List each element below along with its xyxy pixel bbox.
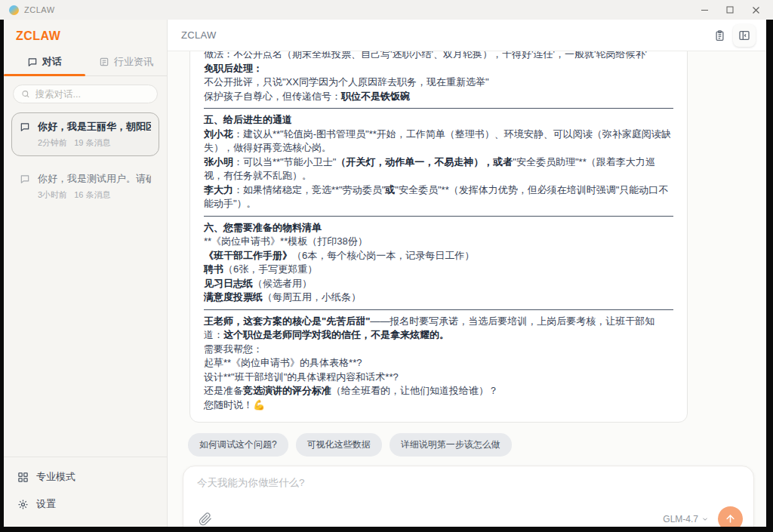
- app-logo-icon: [9, 5, 19, 15]
- conversation-time: 3小时前: [38, 189, 67, 201]
- sidebar-footer: 专业模式设置: [4, 457, 167, 527]
- chat-icon: [27, 57, 38, 67]
- message-divider: [204, 108, 673, 109]
- message-line: 刘小花：建议从**"轮值岗-图书管理员"**开始，工作简单（整理书）、环境安静、…: [204, 128, 673, 155]
- search-input[interactable]: [35, 89, 149, 100]
- minimize-button[interactable]: [691, 2, 717, 18]
- search-box[interactable]: [13, 85, 158, 103]
- message-line: 设计**"班干部培训"的具体课程内容和话术**?: [204, 371, 673, 385]
- conversation-title: 你好，我是测试用户。请确...: [38, 172, 151, 186]
- sidebar-logo: ZCLAW: [4, 20, 167, 50]
- message-line: 还是准备竞选演讲的评分标准（给全班看的，让他们知道投给谁）？: [204, 384, 673, 398]
- titlebar-app-name: ZCLAW: [24, 5, 55, 14]
- message-line: 需要我帮您：: [204, 343, 673, 357]
- conversation-time: 2分钟前: [38, 137, 67, 149]
- model-label: GLM-4.7: [663, 514, 698, 524]
- chat-area: ZCLAW 做法：不公开点名（期末全班投票、自己写'述职小结'、双月轮换），干得…: [168, 20, 766, 527]
- message-divider: [204, 216, 673, 217]
- conversation-title: 你好，我是王丽华，朝阳区...: [38, 120, 151, 134]
- suggestion-chip[interactable]: 可视化这些数据: [296, 433, 382, 457]
- app-window: ZCLAW 对话行业资讯 你好，我是王丽华，朝阳区...2分钟前19 条消息你好…: [4, 20, 766, 527]
- message-line: 王老师，这套方案的核心是"先苦后甜"——报名时要写承诺，当选后要培训，上岗后要考…: [204, 315, 673, 343]
- conversation-item[interactable]: 你好，我是王丽华，朝阳区...2分钟前19 条消息: [11, 112, 159, 156]
- footer-item-label: 专业模式: [36, 470, 75, 484]
- message-line: 满意度投票纸（每周五用，小纸条）: [204, 291, 673, 305]
- footer-item-label: 设置: [36, 497, 56, 511]
- tab-industry-news[interactable]: 行业资讯: [85, 50, 167, 75]
- tab-label: 对话: [42, 55, 62, 69]
- attach-button[interactable]: [197, 511, 214, 527]
- news-icon: [99, 57, 109, 67]
- message-line: 您随时说！💪: [204, 398, 673, 413]
- active-tab-underline: [4, 74, 85, 76]
- composer[interactable]: GLM-4.7: [183, 466, 754, 527]
- page-title: ZCLAW: [181, 29, 217, 41]
- panel-toggle-button[interactable]: [733, 24, 756, 47]
- message-line: 六、您需要准备的物料清单: [204, 221, 673, 235]
- message-line: 不公开批评，只说"XX同学因为个人原因辞去职务，现在重新选举": [204, 75, 673, 90]
- paperclip-icon: [199, 512, 212, 526]
- conversation-count: 19 条消息: [74, 137, 110, 149]
- grid-icon: [17, 472, 29, 483]
- message-line: 免职后处理：: [204, 62, 673, 76]
- os-titlebar: ZCLAW: [0, 0, 773, 20]
- chevron-down-icon: [701, 515, 709, 523]
- message-line: 李大力：如果情绪稳定，竞选**"劳动委员"或"安全委员"**（发挥体力优势，但必…: [204, 183, 673, 211]
- message-line: 五、给后进生的通道: [204, 113, 673, 128]
- composer-input[interactable]: [197, 477, 743, 488]
- chat-bubble-icon: [20, 121, 30, 135]
- message-line: 做法：不公开点名（期末全班投票、自己写'述职小结'、双月轮换），干得好'连任'，…: [204, 51, 673, 62]
- conversation-count: 16 条消息: [74, 189, 110, 201]
- chat-bubble-icon: [20, 174, 30, 187]
- tab-label: 行业资讯: [114, 55, 153, 69]
- suggestion-chips: 如何调试这个问题?可视化这些数据详细说明第一步该怎么做: [188, 433, 754, 457]
- assistant-message: 做法：不公开点名（期末全班投票、自己写'述职小结'、双月轮换），干得好'连任'，…: [189, 51, 688, 423]
- clipboard-icon[interactable]: [711, 26, 728, 45]
- close-button[interactable]: [743, 2, 768, 18]
- settings-item[interactable]: 设置: [4, 490, 167, 518]
- message-line: 保护孩子自尊心，但传递信号：职位不是铁饭碗: [204, 90, 673, 104]
- message-line: 起草**《岗位申请书》的具体表格**?: [204, 356, 673, 371]
- suggestion-chip[interactable]: 如何调试这个问题?: [188, 433, 288, 457]
- message-line: **《岗位申请书》**模板（打印38份）: [204, 235, 673, 249]
- send-button[interactable]: [718, 506, 743, 527]
- message-line: 《班干部工作手册》（6本，每个核心岗一本，记录每日工作）: [204, 249, 673, 263]
- arrow-up-icon: [725, 513, 736, 524]
- message-line: 见习日志纸（候选者用）: [204, 277, 673, 291]
- suggestion-chip[interactable]: 详细说明第一步该怎么做: [390, 433, 512, 457]
- model-selector[interactable]: GLM-4.7: [663, 514, 709, 524]
- search-icon: [21, 89, 30, 99]
- chat-scroll-region[interactable]: 做法：不公开点名（期末全班投票、自己写'述职小结'、双月轮换），干得好'连任'，…: [168, 51, 766, 527]
- panel-toggle-icon: [738, 29, 750, 42]
- maximize-button[interactable]: [717, 2, 743, 18]
- main-header: ZCLAW: [168, 20, 766, 51]
- tab-conversations[interactable]: 对话: [4, 50, 85, 75]
- sidebar: ZCLAW 对话行业资讯 你好，我是王丽华，朝阳区...2分钟前19 条消息你好…: [4, 20, 168, 527]
- conversation-item[interactable]: 你好，我是测试用户。请确...3小时前16 条消息: [11, 165, 159, 208]
- pro-mode-item[interactable]: 专业模式: [4, 463, 167, 490]
- message-line: 聘书（6张，手写更郑重）: [204, 263, 673, 277]
- message-divider: [204, 309, 673, 310]
- gear-icon: [17, 499, 29, 510]
- conversation-list: 你好，我是王丽华，朝阳区...2分钟前19 条消息你好，我是测试用户。请确...…: [4, 111, 167, 210]
- message-line: 张小明：可以当**"节能小卫士"（开关灯，动作单一，不易走神），或者"安全委员助…: [204, 155, 673, 183]
- sidebar-tabs: 对话行业资讯: [4, 50, 167, 76]
